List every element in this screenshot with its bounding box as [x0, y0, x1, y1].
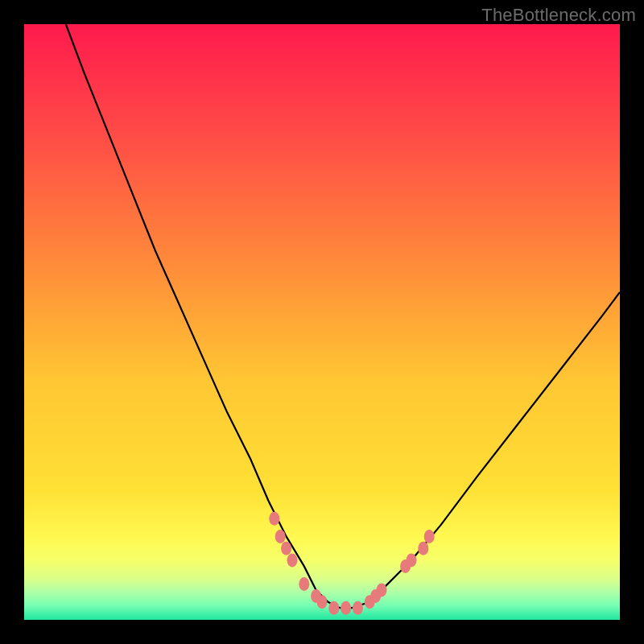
plot-area [24, 24, 620, 620]
chart-frame: TheBottleneck.com [0, 0, 644, 644]
marker-point [275, 530, 286, 543]
marker-point [377, 584, 387, 597]
marker-point [341, 601, 351, 615]
marker-point [353, 601, 363, 615]
marker-point [269, 512, 279, 526]
marker-point [299, 577, 309, 591]
marker-point [424, 530, 435, 543]
marker-point [281, 542, 291, 555]
chart-svg [24, 24, 620, 620]
marker-point [328, 601, 339, 615]
gradient-background [24, 24, 620, 620]
watermark-label: TheBottleneck.com [481, 5, 636, 26]
marker-point [317, 595, 328, 609]
marker-point [287, 554, 298, 568]
marker-point [407, 554, 417, 568]
marker-point [418, 542, 428, 555]
